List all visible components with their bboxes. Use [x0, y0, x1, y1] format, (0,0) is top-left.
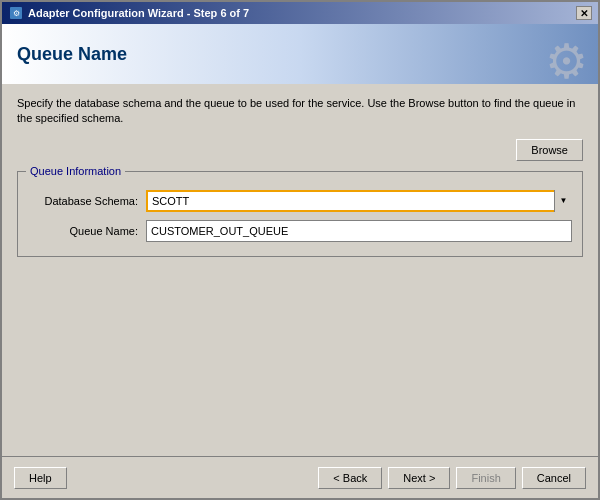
db-schema-select[interactable]: SCOTT: [146, 190, 572, 212]
help-button[interactable]: Help: [14, 467, 67, 489]
footer: Help < Back Next > Finish Cancel: [2, 456, 598, 498]
db-schema-label: Database Schema:: [28, 195, 138, 207]
queue-info-group: Queue Information Database Schema: SCOTT…: [17, 171, 583, 257]
footer-right: < Back Next > Finish Cancel: [318, 467, 586, 489]
title-bar-text: Adapter Configuration Wizard - Step 6 of…: [28, 7, 249, 19]
db-schema-select-wrapper[interactable]: SCOTT ▼: [146, 190, 572, 212]
title-bar-left: ⚙ Adapter Configuration Wizard - Step 6 …: [8, 5, 249, 21]
wizard-icon: ⚙: [8, 5, 24, 21]
queue-name-input[interactable]: [146, 220, 572, 242]
back-button[interactable]: < Back: [318, 467, 382, 489]
header-banner: Queue Name ⚙: [2, 24, 598, 84]
cancel-button[interactable]: Cancel: [522, 467, 586, 489]
queue-name-label: Queue Name:: [28, 225, 138, 237]
content-area: Specify the database schema and the queu…: [2, 84, 598, 456]
close-button[interactable]: ✕: [576, 6, 592, 20]
svg-text:⚙: ⚙: [13, 9, 20, 18]
main-window: ⚙ Adapter Configuration Wizard - Step 6 …: [0, 0, 600, 500]
next-button[interactable]: Next >: [388, 467, 450, 489]
browse-row: Browse: [17, 139, 583, 161]
gear-icon: ⚙: [545, 33, 588, 84]
footer-left: Help: [14, 467, 67, 489]
finish-button[interactable]: Finish: [456, 467, 515, 489]
db-schema-row: Database Schema: SCOTT ▼: [28, 190, 572, 212]
description-text: Specify the database schema and the queu…: [17, 96, 583, 127]
group-legend: Queue Information: [26, 165, 125, 177]
title-bar: ⚙ Adapter Configuration Wizard - Step 6 …: [2, 2, 598, 24]
page-title: Queue Name: [17, 44, 127, 65]
browse-button[interactable]: Browse: [516, 139, 583, 161]
queue-name-row: Queue Name:: [28, 220, 572, 242]
